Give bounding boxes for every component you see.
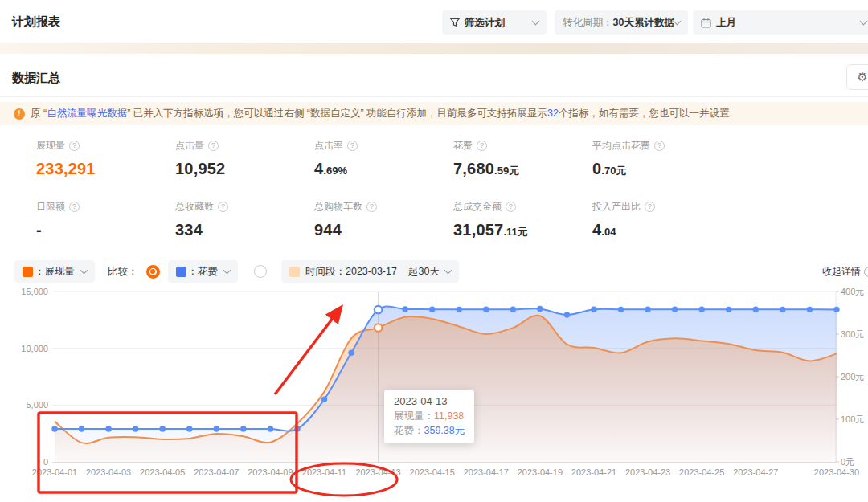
metric-label: 点击量 <box>175 139 314 153</box>
notice-link-count[interactable]: 32 <box>547 108 559 119</box>
metric-card: 展现量 233,291 <box>36 139 175 178</box>
svg-text:10,000: 10,000 <box>21 344 48 353</box>
help-icon[interactable] <box>69 141 80 151</box>
metric-card: 总收藏数 334 <box>175 200 314 239</box>
svg-text:2023-04-07: 2023-04-07 <box>194 467 239 477</box>
help-icon[interactable] <box>69 202 80 212</box>
help-icon[interactable] <box>645 202 655 212</box>
notice-text: 原 “自然流量曝光数据” 已并入下方指标选项，您可以通过右侧 “数据自定义” 功… <box>31 107 732 120</box>
chevron-down-icon <box>532 17 540 25</box>
svg-text:100元: 100元 <box>841 414 864 424</box>
svg-text:2023-04-19: 2023-04-19 <box>518 467 563 477</box>
period-swatch <box>289 267 300 277</box>
period-date: 2023-03-17 <box>346 266 397 277</box>
page-title: 计划报表 <box>12 14 60 30</box>
series2-swatch <box>176 267 186 277</box>
metric-card: 总成交金额 31,057.11元 <box>453 200 592 239</box>
metric-card: 投入产出比 4.04 <box>592 200 731 239</box>
svg-text:2023-04-25: 2023-04-25 <box>679 467 724 477</box>
metric-card: 平均点击花费 0.70元 <box>592 139 731 178</box>
warning-icon: ! <box>14 108 25 120</box>
chevron-down-icon <box>444 266 452 274</box>
metric-label: 展现量 <box>36 139 175 153</box>
red-annotations <box>39 308 397 496</box>
conversion-label: 转化周期： <box>563 16 613 30</box>
period-span: 起30天 <box>408 265 440 279</box>
section-title: 数据汇总 <box>12 71 60 84</box>
svg-text:300元: 300元 <box>841 329 864 339</box>
svg-text:0元: 0元 <box>841 457 854 467</box>
chevron-down-icon <box>674 17 682 25</box>
month-value: 上月 <box>716 16 736 30</box>
notice-bar: ! 原 “自然流量曝光数据” 已并入下方指标选项，您可以通过右侧 “数据自定义”… <box>0 102 868 125</box>
series1-label: 展现量 <box>45 266 76 277</box>
series1-swatch <box>23 267 33 277</box>
help-icon[interactable] <box>654 141 665 151</box>
filter-plan-dropdown[interactable]: 筛选计划 <box>442 10 547 35</box>
metric-card: 总购物车数 944 <box>314 200 453 239</box>
notice-link-data[interactable]: 自然流量曝光数据 <box>47 108 127 119</box>
svg-text:2023-04-23: 2023-04-23 <box>625 467 670 477</box>
section-head: 数据汇总 ⚙ <box>0 54 868 97</box>
help-icon[interactable] <box>366 202 377 212</box>
svg-text:2023-04-27: 2023-04-27 <box>733 467 778 477</box>
chevron-down-icon <box>860 17 868 25</box>
compare-radio-selected[interactable] <box>146 265 160 279</box>
svg-text:200元: 200元 <box>841 372 864 382</box>
metric-label: 花费 <box>453 139 592 153</box>
svg-text:400元: 400元 <box>841 287 864 296</box>
svg-text:2023-04-03: 2023-04-03 <box>86 467 131 477</box>
metric-label: 总成交金额 <box>453 200 592 214</box>
collapse-details-button[interactable]: 收起详情 <box>822 265 868 279</box>
top-header: 计划报表 筛选计划 转化周期： 30天累计数据 上月 <box>0 0 868 43</box>
svg-text:2023-04-21: 2023-04-21 <box>571 467 616 477</box>
svg-text:2023-04-09: 2023-04-09 <box>248 467 293 477</box>
metric-value: 0.70元 <box>592 160 731 178</box>
tooltip-row: 展现量：11,938 <box>394 409 465 423</box>
svg-text:2023-04-30: 2023-04-30 <box>814 467 859 477</box>
metric-value: - <box>36 221 175 239</box>
metric-label: 总购物车数 <box>314 200 453 214</box>
help-icon[interactable] <box>218 202 228 212</box>
metric-label: 日限额 <box>36 200 175 214</box>
series2-selector[interactable]: ：花费 <box>168 260 239 283</box>
svg-text:2023-04-01: 2023-04-01 <box>32 467 77 477</box>
collapse-icon <box>864 267 868 277</box>
svg-text:2023-04-15: 2023-04-15 <box>410 467 455 477</box>
metric-value: 10,952 <box>175 160 314 178</box>
metrics-grid: 展现量 233,291 点击量 10,952 点击率 4.69% <box>0 125 868 239</box>
svg-text:5,000: 5,000 <box>26 400 48 410</box>
chevron-down-icon <box>223 266 231 274</box>
settings-button[interactable]: ⚙ <box>846 64 868 90</box>
conversion-value: 30天累计数据 <box>613 16 674 30</box>
compare-label: 比较： <box>108 265 138 279</box>
svg-text:2023-04-11: 2023-04-11 <box>302 467 346 477</box>
help-icon[interactable] <box>347 141 358 151</box>
chevron-down-icon <box>80 266 88 274</box>
accent-strip <box>0 43 868 54</box>
svg-text:2023-04-05: 2023-04-05 <box>140 467 185 477</box>
metric-value: 7,680.59元 <box>453 160 592 178</box>
help-icon[interactable] <box>506 202 516 212</box>
metric-value: 31,057.11元 <box>453 221 592 239</box>
metric-card: 点击量 10,952 <box>175 139 314 178</box>
help-icon[interactable] <box>477 141 487 151</box>
chart-toolbar: ：展现量 比较： ：花费 时间段：2023-03-17 起30天 收起详情 <box>0 260 868 283</box>
svg-text:2023-04-17: 2023-04-17 <box>464 467 509 477</box>
period-selector[interactable]: 时间段：2023-03-17 起30天 <box>281 260 459 283</box>
conversion-period-dropdown[interactable]: 转化周期： 30天累计数据 <box>555 10 688 35</box>
chart-tooltip: 2023-04-13 展现量：11,938 花费：359.38元 <box>384 390 474 443</box>
metric-card: 点击率 4.69% <box>314 139 453 178</box>
help-icon[interactable] <box>208 141 219 151</box>
filter-plan-label: 筛选计划 <box>465 16 505 30</box>
metric-value: 4.04 <box>592 221 731 239</box>
metric-label: 点击率 <box>314 139 453 153</box>
compare-radio-unselected[interactable] <box>254 265 267 278</box>
metric-card: 日限额 - <box>36 200 175 239</box>
gear-icon: ⚙ <box>857 70 867 84</box>
month-dropdown[interactable]: 上月 <box>693 10 868 35</box>
svg-text:2023-04-13: 2023-04-13 <box>355 467 400 477</box>
series1-selector[interactable]: ：展现量 <box>14 260 95 283</box>
svg-text:0: 0 <box>43 457 48 467</box>
metric-card: 花费 7,680.59元 <box>453 139 592 178</box>
